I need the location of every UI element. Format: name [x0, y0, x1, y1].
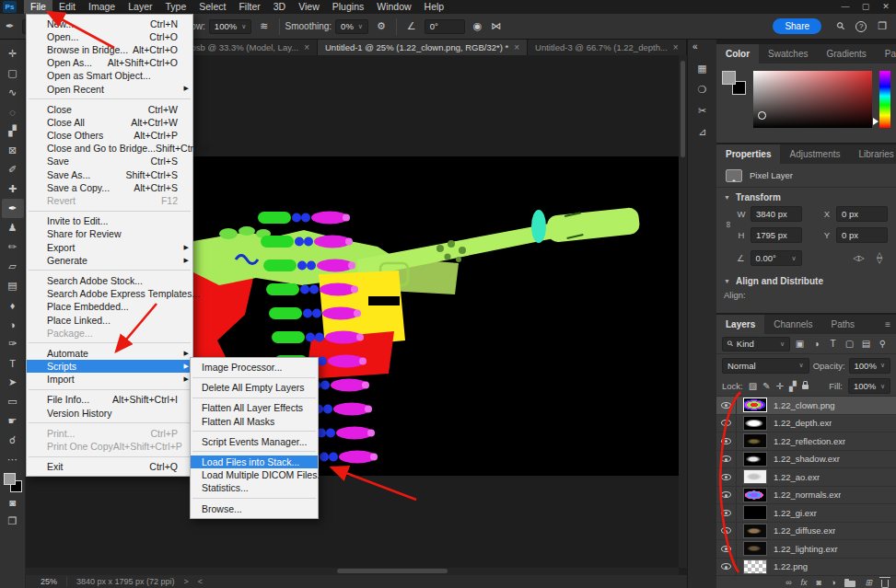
- menu-item-generate[interactable]: Generate▶: [27, 254, 192, 267]
- flip-horizontal-icon[interactable]: ◁▷: [853, 254, 864, 262]
- layer-mask-icon[interactable]: ◙: [817, 578, 821, 587]
- menu-item-export[interactable]: Export▶: [27, 241, 192, 254]
- object-selection-tool[interactable]: ◌: [2, 102, 24, 121]
- tab-paths[interactable]: Paths: [822, 315, 865, 334]
- menubar-item-window[interactable]: Window: [370, 0, 417, 14]
- shape-layer-filter-icon[interactable]: ▢: [843, 339, 856, 349]
- brush-tool[interactable]: ✒: [2, 199, 24, 218]
- menu-item-place-linked[interactable]: Place Linked...: [27, 313, 192, 326]
- menubar-item-help[interactable]: Help: [418, 0, 451, 14]
- tab-layers[interactable]: Layers: [716, 315, 764, 334]
- tab-patterns[interactable]: Patterns: [876, 44, 896, 63]
- tab-channels[interactable]: Channels: [764, 315, 821, 334]
- menu-item-print[interactable]: Print...Ctrl+P: [27, 427, 192, 440]
- maximize-button[interactable]: ▢: [855, 0, 876, 14]
- filter-pin-icon[interactable]: ⚲: [876, 339, 890, 349]
- menu-item-statistics[interactable]: Statistics...: [191, 481, 318, 494]
- layer-row-1-22-depth-exr[interactable]: 1.22_depth.exr: [716, 415, 896, 433]
- hue-slider-marker[interactable]: [873, 118, 879, 125]
- lock-transparency-icon[interactable]: ▨: [749, 381, 757, 391]
- layer-row-1-22-lighting-exr[interactable]: 1.22_lighting.exr: [716, 540, 896, 559]
- tool-color-swatches[interactable]: [4, 473, 22, 492]
- tab-libraries[interactable]: Libraries: [850, 144, 896, 164]
- align-section-header[interactable]: ▼ Align and Distribute: [716, 271, 896, 290]
- menu-item-new[interactable]: New...Ctrl+N: [27, 17, 192, 30]
- crop-tool[interactable]: ▞: [2, 121, 24, 141]
- tab-color[interactable]: Color: [716, 44, 759, 63]
- knife-panel-icon[interactable]: ✂: [698, 105, 706, 116]
- layer-visibility-toggle[interactable]: [716, 523, 737, 540]
- status-prev-icon[interactable]: <: [198, 577, 203, 586]
- new-layer-icon[interactable]: ⊞: [865, 578, 872, 587]
- frame-tool[interactable]: ⊠: [2, 141, 24, 160]
- menu-item-file-info[interactable]: File Info...Alt+Shift+Ctrl+I: [27, 393, 192, 406]
- eraser-tool[interactable]: ▱: [2, 257, 24, 276]
- share-button[interactable]: Share: [773, 18, 821, 34]
- fill-field[interactable]: 100% ∨: [848, 378, 890, 394]
- layer-group-icon[interactable]: [844, 581, 855, 587]
- menu-item-load-files-into-stack[interactable]: Load Files into Stack...: [191, 455, 318, 468]
- menu-item-automate[interactable]: Automate▶: [27, 347, 192, 360]
- layer-row-1-22-gi-exr[interactable]: 1.22_gi.exr: [716, 504, 896, 523]
- layer-effects-icon[interactable]: fx: [801, 578, 808, 587]
- move-tool[interactable]: ✛: [2, 44, 24, 63]
- horizontal-scrollbar[interactable]: [26, 568, 679, 575]
- menu-item-load-multiple-dicom-files[interactable]: Load Multiple DICOM Files...: [191, 468, 318, 481]
- menu-item-close[interactable]: CloseCtrl+W: [27, 103, 192, 116]
- layer-row-1-22-diffuse-exr[interactable]: 1.22_diffuse.exr: [716, 523, 896, 541]
- foreground-color-swatch[interactable]: [722, 71, 736, 85]
- layer-visibility-toggle[interactable]: [716, 397, 737, 414]
- menu-item-delete-all-empty-layers[interactable]: Delete All Empty Layers: [191, 381, 318, 394]
- layer-visibility-toggle[interactable]: [716, 487, 737, 504]
- menubar-item-3d[interactable]: 3D: [267, 0, 292, 14]
- vertical-scrollbar[interactable]: [679, 55, 687, 568]
- type-tool[interactable]: T: [2, 353, 24, 373]
- menu-item-invite-to-edit[interactable]: Invite to Edit...: [27, 214, 192, 227]
- close-button[interactable]: ✕: [876, 0, 896, 14]
- eyedropper-tool[interactable]: ✐: [2, 160, 24, 179]
- menu-item-print-one-copy[interactable]: Print One CopyAlt+Shift+Ctrl+P: [27, 440, 192, 453]
- menubar-item-view[interactable]: View: [292, 0, 326, 14]
- healing-brush-tool[interactable]: ✚: [2, 179, 24, 199]
- menu-item-revert[interactable]: RevertF12: [27, 194, 192, 207]
- adjustment-layer-icon[interactable]: ◑: [831, 578, 835, 587]
- color-cursor[interactable]: [758, 111, 766, 120]
- menu-item-script-events-manager[interactable]: Script Events Manager...: [191, 435, 318, 448]
- kind-filter-dropdown[interactable]: ⚲ Kind ∨: [722, 337, 790, 352]
- menu-item-save[interactable]: SaveCtrl+S: [27, 155, 192, 167]
- menu-item-open-recent[interactable]: Open Recent▶: [27, 82, 192, 95]
- saturation-brightness-field[interactable]: [753, 71, 872, 128]
- screen-mode-button[interactable]: ❐: [2, 512, 24, 531]
- menubar-item-plugins[interactable]: Plugins: [326, 0, 370, 14]
- symmetry-icon[interactable]: ⋈: [491, 20, 501, 32]
- menu-item-flatten-all-layer-effects[interactable]: Flatten All Layer Effects: [191, 401, 318, 414]
- blur-tool[interactable]: ♦: [2, 295, 24, 315]
- adjustment-layer-filter-icon[interactable]: ◑: [809, 339, 823, 349]
- pen-tool[interactable]: ✑: [2, 334, 24, 353]
- layer-visibility-toggle[interactable]: [716, 451, 737, 468]
- status-next-icon[interactable]: >: [184, 577, 189, 586]
- layer-visibility-toggle[interactable]: [716, 504, 737, 522]
- active-tool-icon[interactable]: ✒: [6, 20, 14, 32]
- dodge-tool[interactable]: ◑: [2, 315, 24, 334]
- menubar-item-layer[interactable]: Layer: [122, 0, 158, 14]
- tab-adjustments[interactable]: Adjustments: [780, 144, 849, 164]
- layer-visibility-toggle[interactable]: [716, 415, 737, 432]
- workspace-icon[interactable]: ❐: [878, 20, 887, 32]
- document-tab-3[interactable]: Untitled-3 @ 66.7% (1.22_depth...×: [528, 40, 687, 55]
- tab-gradients[interactable]: Gradients: [817, 44, 875, 63]
- menu-item-browse-in-bridge[interactable]: Browse in Bridge...Alt+Ctrl+O: [27, 43, 192, 56]
- rotate-field[interactable]: 0.00° ∨: [751, 250, 802, 266]
- brush-angle-field[interactable]: 0°: [425, 19, 465, 34]
- blend-mode-dropdown[interactable]: Normal ∨: [722, 358, 809, 374]
- help-icon[interactable]: ?: [855, 21, 867, 32]
- layer-row-1-22-ao-exr[interactable]: 1.22_ao.exr: [716, 468, 896, 487]
- x-field[interactable]: 0 px: [836, 206, 888, 222]
- search-icon[interactable]: ⚲: [834, 19, 848, 33]
- vertical-scroll-thumb[interactable]: [681, 61, 685, 157]
- transform-section-header[interactable]: ▼ Transform: [716, 188, 896, 206]
- lock-paint-icon[interactable]: ✎: [762, 381, 770, 391]
- comments-panel-icon[interactable]: ❍: [698, 84, 707, 95]
- zoom-level-field[interactable]: 25%: [41, 577, 57, 586]
- history-panel-icon[interactable]: ▦: [697, 63, 706, 74]
